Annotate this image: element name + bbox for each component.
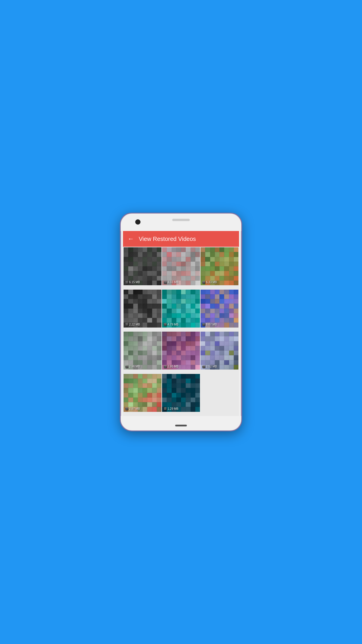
video-file-icon: 🎬 [164, 407, 167, 410]
file-size-label: 🎬2.96 MB [125, 365, 140, 368]
page-title: View Restored Videos [139, 236, 196, 242]
video-file-icon: 🎬 [125, 281, 128, 284]
file-size-label: 🎬2.22 MB [125, 323, 140, 326]
video-file-icon: 🎬 [125, 365, 128, 368]
file-size-text: 4.03 MB [168, 281, 178, 284]
video-file-icon: 🎬 [125, 407, 128, 410]
video-thumbnail[interactable]: 🎬2.52 MB [201, 332, 238, 370]
video-thumbnail[interactable]: 🎬4.79 MB [162, 290, 200, 328]
video-file-icon: 🎬 [202, 323, 205, 326]
file-size-label: 🎬2.97 MB [125, 407, 140, 410]
video-thumbnail[interactable]: 🎬2.97 MB [124, 374, 161, 412]
video-thumbnail[interactable]: 🎬6.15 MB [124, 247, 161, 285]
file-size-text: 6.15 MB [129, 281, 140, 284]
file-size-label: 🎬4.03 MB [164, 281, 178, 284]
app-header: ← View Restored Videos [123, 231, 239, 247]
file-size-text: 2.97 MB [129, 407, 140, 410]
camera [135, 219, 140, 225]
file-size-label: 🎬6.33 MB [202, 281, 217, 284]
home-button [175, 425, 187, 426]
file-size-text: 2.52 MB [206, 365, 217, 368]
video-file-icon: 🎬 [202, 281, 205, 284]
file-size-text: 2.96 MB [129, 365, 140, 368]
file-size-text: 1.29 MB [168, 407, 178, 410]
video-thumbnail[interactable]: 🎬2.95 MB [162, 332, 200, 370]
video-thumbnail[interactable]: 🎬6.33 MB [201, 247, 238, 285]
phone-frame: ← View Restored Videos 🎬6.15 MB🎬4.03 MB🎬… [120, 213, 242, 431]
phone-screen: ← View Restored Videos 🎬6.15 MB🎬4.03 MB🎬… [123, 231, 239, 416]
file-size-text: 8.67 MB [206, 323, 217, 326]
video-file-icon: 🎬 [164, 323, 167, 326]
file-size-label: 🎬8.67 MB [202, 323, 217, 326]
video-file-icon: 🎬 [125, 323, 128, 326]
video-thumbnail[interactable]: 🎬8.67 MB [201, 290, 238, 328]
file-size-label: 🎬1.29 MB [164, 407, 178, 410]
video-thumbnail[interactable]: 🎬2.22 MB [124, 290, 161, 328]
file-size-text: 2.95 MB [168, 365, 178, 368]
video-file-icon: 🎬 [202, 365, 205, 368]
file-size-text: 4.79 MB [168, 323, 178, 326]
file-size-label: 🎬2.52 MB [202, 365, 217, 368]
video-file-icon: 🎬 [164, 281, 167, 284]
video-thumbnail[interactable]: 🎬1.29 MB [162, 374, 200, 412]
video-file-icon: 🎬 [164, 365, 167, 368]
back-button[interactable]: ← [128, 235, 134, 243]
file-size-label: 🎬6.15 MB [125, 281, 140, 284]
file-size-label: 🎬2.95 MB [164, 365, 178, 368]
phone-bottom-bar [121, 416, 241, 430]
video-grid: 🎬6.15 MB🎬4.03 MB🎬6.33 MB🎬2.22 MB🎬4.79 MB… [123, 247, 239, 416]
file-size-label: 🎬4.79 MB [164, 323, 178, 326]
video-thumbnail[interactable]: 🎬2.96 MB [124, 332, 161, 370]
phone-top-bar [121, 214, 241, 231]
file-size-text: 6.33 MB [206, 281, 217, 284]
file-size-text: 2.22 MB [129, 323, 140, 326]
speaker [172, 219, 190, 221]
video-thumbnail[interactable]: 🎬4.03 MB [162, 247, 200, 285]
